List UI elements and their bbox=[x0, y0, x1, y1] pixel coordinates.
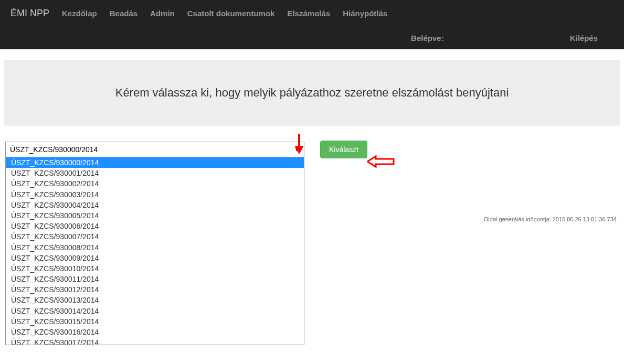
select-button[interactable]: Kiválaszt bbox=[320, 141, 367, 158]
select-option[interactable]: ÚSZT_KZCS/930000/2014 bbox=[6, 157, 304, 168]
annotation-arrow-down-icon bbox=[293, 133, 305, 154]
select-form-row: ÚSZT_KZCS/930000/2014 ▼ ÚSZT_KZCS/930000… bbox=[0, 141, 624, 158]
application-select-options[interactable]: ÚSZT_KZCS/930000/2014ÚSZT_KZCS/930001/20… bbox=[5, 157, 304, 345]
select-option[interactable]: ÚSZT_KZCS/930003/2014 bbox=[6, 189, 304, 200]
nav-link-supplement[interactable]: Hiánypótlás bbox=[343, 9, 387, 18]
application-select-wrap: ÚSZT_KZCS/930000/2014 ▼ ÚSZT_KZCS/930000… bbox=[5, 142, 304, 157]
application-select-value: ÚSZT_KZCS/930000/2014 bbox=[10, 145, 98, 154]
nav-link-home[interactable]: Kezdőlap bbox=[62, 9, 97, 18]
select-option[interactable]: ÚSZT_KZCS/930004/2014 bbox=[6, 200, 304, 210]
application-select[interactable]: ÚSZT_KZCS/930000/2014 ▼ bbox=[5, 142, 304, 157]
select-option[interactable]: ÚSZT_KZCS/930010/2014 bbox=[6, 263, 304, 274]
svg-marker-2 bbox=[367, 156, 394, 167]
select-option[interactable]: ÚSZT_KZCS/930012/2014 bbox=[6, 284, 304, 295]
instruction-title: Kérem válassza ki, hogy melyik pályázath… bbox=[15, 86, 609, 100]
brand[interactable]: ÉMI NPP bbox=[10, 8, 49, 19]
svg-marker-1 bbox=[295, 146, 303, 154]
select-option[interactable]: ÚSZT_KZCS/930015/2014 bbox=[6, 316, 304, 327]
nav-link-documents[interactable]: Csatolt dokumentumok bbox=[187, 9, 275, 18]
instruction-banner: Kérem válassza ki, hogy melyik pályázath… bbox=[4, 60, 620, 126]
nav-link-accounting[interactable]: Elszámolás bbox=[287, 9, 330, 18]
select-option[interactable]: ÚSZT_KZCS/930006/2014 bbox=[6, 221, 304, 231]
page-generated-timestamp: Oldal generálás időpontja: 2015.06.26 13… bbox=[484, 216, 617, 222]
select-option[interactable]: ÚSZT_KZCS/930014/2014 bbox=[6, 306, 304, 316]
nav-link-admin[interactable]: Admin bbox=[150, 9, 175, 18]
select-option[interactable]: ÚSZT_KZCS/930002/2014 bbox=[6, 178, 304, 189]
select-option[interactable]: ÚSZT_KZCS/930005/2014 bbox=[6, 210, 304, 221]
nav-link-submit[interactable]: Beadás bbox=[110, 9, 138, 18]
annotation-arrow-left-icon bbox=[367, 155, 395, 168]
select-option[interactable]: ÚSZT_KZCS/930013/2014 bbox=[6, 295, 304, 305]
select-option[interactable]: ÚSZT_KZCS/930011/2014 bbox=[6, 274, 304, 284]
select-option[interactable]: ÚSZT_KZCS/930009/2014 bbox=[6, 253, 304, 263]
logout-link[interactable]: Kilépés bbox=[570, 34, 598, 42]
select-option[interactable]: ÚSZT_KZCS/930001/2014 bbox=[6, 168, 304, 178]
nav-bottom: Belépve: Kilépés bbox=[10, 26, 614, 49]
select-option[interactable]: ÚSZT_KZCS/930016/2014 bbox=[6, 327, 304, 337]
select-option[interactable]: ÚSZT_KZCS/930007/2014 bbox=[6, 231, 304, 242]
navbar: ÉMI NPP Kezdőlap Beadás Admin Csatolt do… bbox=[0, 0, 624, 49]
select-option[interactable]: ÚSZT_KZCS/930008/2014 bbox=[6, 242, 304, 253]
select-option[interactable]: ÚSZT_KZCS/930017/2014 bbox=[6, 337, 304, 345]
nav-top: ÉMI NPP Kezdőlap Beadás Admin Csatolt do… bbox=[10, 0, 614, 26]
logged-in-label: Belépve: bbox=[411, 34, 444, 42]
